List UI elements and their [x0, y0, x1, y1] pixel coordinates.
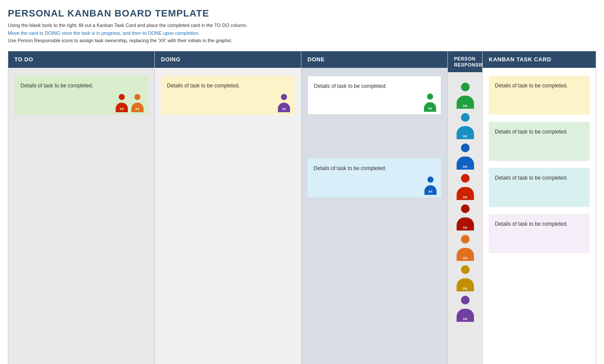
avatar-orange-head — [134, 94, 140, 100]
kanban-card-1[interactable]: Details of task to be completed. — [489, 76, 590, 115]
avatar-purple: XX — [277, 94, 291, 112]
column-todo-body: Details of task to be completed. XX — [8, 68, 154, 364]
column-person: PERSON RESPONSIBLE XX XX — [448, 51, 483, 364]
done-card-1-avatars: XX — [423, 94, 437, 112]
done-card-2-avatars: XX — [423, 177, 438, 195]
sidebar-person-orange: XX — [454, 235, 476, 261]
doing-card-1-text: Details of task to be completed. — [167, 83, 240, 89]
kanban-card-4-dogear — [580, 214, 590, 224]
done-card-1-text: Details of task to be completed. — [314, 83, 387, 89]
sidebar-person-green: XX — [454, 83, 476, 109]
column-done-header: DONE — [301, 51, 447, 68]
kanban-board: TO DO Details of task to be completed. X… — [8, 51, 596, 364]
avatar-purple-head — [281, 94, 287, 100]
sp-orange-head — [461, 235, 470, 244]
avatar-green-done: XX — [423, 94, 437, 112]
doing-card-1[interactable]: Details of task to be completed. XX — [161, 76, 295, 115]
column-done: DONE Details of task to be completed. XX — [301, 51, 448, 364]
done-card-1[interactable]: Details of task to be completed. XX — [307, 76, 441, 115]
avatar-blue-done-label: XX — [428, 190, 432, 194]
sp-blue-label: XX — [463, 165, 467, 169]
column-doing: DOING Details of task to be completed. X… — [155, 51, 301, 364]
todo-card-1-avatars: XX XX — [114, 94, 145, 112]
column-done-body: Details of task to be completed. XX Deta… — [301, 68, 447, 364]
column-kanban-body: Details of task to be completed. Details… — [483, 68, 596, 364]
sp-cyan-label: XX — [463, 134, 467, 138]
sp-purple-label: XX — [463, 317, 467, 321]
sp-orange-label: XX — [463, 256, 467, 260]
done-card-2-text: Details of task to be completed. — [314, 165, 386, 171]
kanban-card-3-dogear — [580, 168, 590, 177]
kanban-card-1-dogear — [580, 76, 590, 85]
avatar-green-done-head — [427, 94, 433, 100]
column-doing-body: Details of task to be completed. XX — [155, 68, 301, 364]
instructions: Using the blank tools to the right, fill… — [8, 22, 596, 45]
avatar-red-label: XX — [120, 107, 123, 112]
avatar-orange: XX — [130, 94, 145, 112]
card-dogear — [139, 76, 148, 85]
sp-cyan-head — [461, 113, 470, 122]
avatar-green-done-label: XX — [428, 107, 432, 111]
avatar-blue-done: XX — [423, 177, 438, 195]
kanban-card-2-dogear — [580, 122, 590, 131]
kanban-card-4-text: Details of task to be completed. — [495, 221, 567, 227]
kanban-card-3-text: Details of task to be completed. — [495, 175, 567, 181]
person-list: XX XX XX — [454, 80, 476, 322]
doing-card-dogear — [285, 76, 295, 85]
sp-gold-label: XX — [463, 287, 467, 291]
avatar-red: XX — [114, 94, 129, 112]
kanban-card-2-text: Details of task to be completed. — [495, 129, 567, 135]
sidebar-person-red: XX — [454, 174, 476, 200]
done-card-2-dogear — [432, 158, 441, 168]
sp-gold-head — [461, 265, 470, 274]
sidebar-person-gold: XX — [454, 265, 476, 291]
kanban-card-3[interactable]: Details of task to be completed. — [489, 168, 590, 207]
done-card-2[interactable]: Details of task to be completed. XX — [307, 158, 441, 197]
sp-darkred-label: XX — [463, 226, 467, 230]
sp-red-head — [461, 174, 470, 183]
page-title: PERSONAL KANBAN BOARD TEMPLATE — [8, 8, 596, 19]
sp-red-label: XX — [463, 195, 467, 199]
sp-purple-head — [461, 296, 470, 304]
column-doing-header: DOING — [155, 51, 301, 68]
kanban-card-4[interactable]: Details of task to be completed. — [489, 214, 590, 253]
doing-card-1-avatars: XX — [277, 94, 291, 112]
kanban-card-1-text: Details of task to be completed. — [495, 83, 567, 89]
sp-green-label: XX — [463, 104, 467, 108]
sp-green-head — [461, 83, 470, 91]
todo-card-1[interactable]: Details of task to be completed. XX — [14, 76, 148, 115]
column-kanban: KANBAN TASK CARD Details of task to be c… — [483, 51, 596, 364]
column-kanban-header: KANBAN TASK CARD — [483, 51, 596, 68]
avatar-orange-label: XX — [135, 107, 139, 112]
sp-blue-head — [461, 144, 470, 152]
sidebar-person-purple: XX — [454, 296, 476, 322]
column-todo-header: TO DO — [8, 51, 154, 68]
sidebar-person-blue: XX — [454, 144, 476, 170]
sp-darkred-head — [461, 204, 470, 213]
todo-card-1-text: Details of task to be completed. — [20, 83, 93, 89]
column-person-body: XX XX XX — [448, 72, 482, 364]
avatar-red-head — [119, 94, 125, 100]
sidebar-person-cyan: XX — [454, 113, 476, 139]
avatar-blue-done-head — [427, 177, 434, 183]
column-person-header: PERSON RESPONSIBLE — [448, 51, 482, 73]
column-todo: TO DO Details of task to be completed. X… — [8, 51, 155, 364]
done-card-1-dogear — [431, 76, 441, 86]
sidebar-person-darkred: XX — [454, 204, 476, 230]
kanban-card-2[interactable]: Details of task to be completed. — [489, 122, 590, 161]
avatar-purple-label: XX — [282, 107, 286, 112]
